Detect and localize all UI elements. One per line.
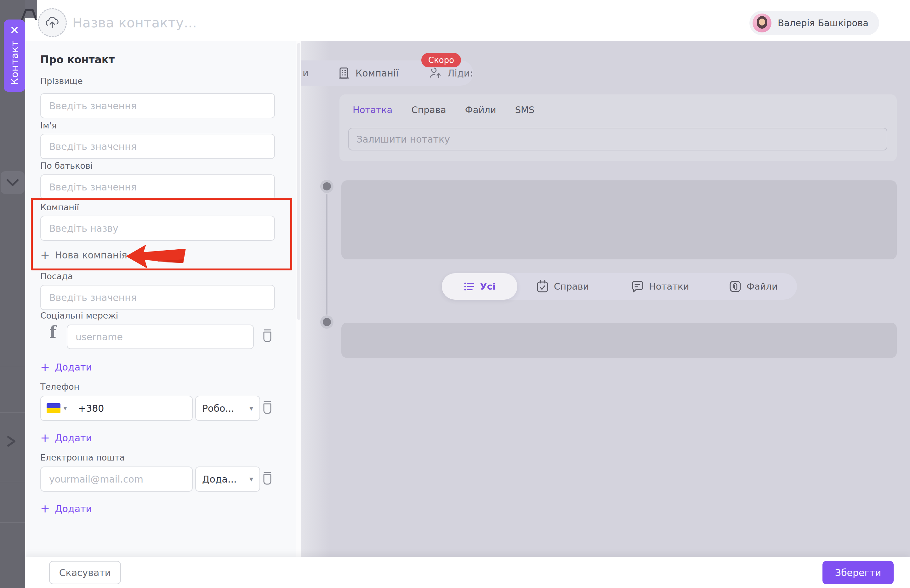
trash-icon — [261, 328, 273, 342]
last-name-input[interactable] — [40, 93, 275, 118]
filter-notes-label: Нотатки — [649, 281, 689, 292]
tab-task[interactable]: Справа — [411, 105, 446, 115]
filter-files[interactable]: Файли — [729, 273, 778, 300]
filter-all[interactable]: Усі — [442, 273, 517, 300]
rail-divider — [0, 367, 25, 367]
new-company-label: Нова компанія — [55, 250, 127, 261]
filter-tasks[interactable]: Справи — [536, 273, 589, 300]
caret-down-icon: ▾ — [64, 404, 67, 412]
activity-filter-bar: Усі Справи Нотатки — [442, 273, 797, 300]
tab-companies[interactable]: Компанії — [338, 60, 399, 86]
save-button[interactable]: Зберегти — [823, 561, 894, 584]
panel-scrollbar[interactable] — [296, 41, 301, 557]
chevron-right-icon[interactable] — [6, 435, 17, 448]
user-name: Валерія Башкірова — [778, 18, 868, 28]
partial-tab-label[interactable]: и — [302, 67, 309, 78]
list-icon — [464, 281, 475, 292]
cloud-upload-icon — [45, 16, 60, 29]
add-label: Додати — [55, 503, 92, 514]
plus-icon: + — [40, 249, 50, 261]
filter-notes[interactable]: Нотатки — [631, 273, 689, 300]
user-avatar — [753, 13, 771, 32]
activity-placeholder-block — [341, 323, 897, 358]
social-username-input[interactable] — [67, 325, 254, 349]
cancel-button[interactable]: Скасувати — [49, 561, 121, 584]
middle-name-input[interactable] — [40, 174, 275, 200]
phone-label: Телефон — [40, 382, 79, 392]
activity-placeholder-block — [341, 180, 897, 259]
email-type-value: Дода... — [202, 474, 237, 485]
filter-tasks-label: Справи — [554, 281, 589, 292]
scrollbar-thumb[interactable] — [297, 43, 301, 320]
footer-bar: Скасувати Зберегти — [25, 557, 910, 588]
new-company-button[interactable]: + Нова компанія — [40, 249, 127, 261]
pin-clip-icon — [19, 9, 38, 20]
plus-icon: + — [40, 432, 50, 444]
note-input[interactable] — [348, 128, 887, 150]
entity-tabs-bar: и Компанії Ліди: — [301, 60, 473, 86]
position-input[interactable] — [40, 285, 275, 310]
add-email-button[interactable]: + Додати — [40, 503, 92, 514]
contact-name-input[interactable]: Назва контакту... — [73, 15, 197, 31]
current-user-pill[interactable]: Валерія Башкірова — [749, 11, 879, 35]
tab-leads-label: Ліди: — [448, 68, 473, 79]
timeline-dot — [320, 180, 333, 193]
add-label: Додати — [55, 433, 92, 444]
rail-divider — [0, 481, 25, 482]
phone-type-value: Робо... — [202, 403, 234, 414]
position-label: Посада — [40, 271, 73, 281]
contact-drawer-tab[interactable]: ✕ Контакт — [4, 19, 25, 92]
timeline-line — [326, 194, 328, 315]
social-label: Соціальні мережі — [40, 311, 118, 320]
plus-icon: + — [40, 361, 50, 373]
caret-down-icon: ▾ — [249, 404, 253, 413]
soon-badge: Скоро — [421, 53, 461, 67]
first-name-label: Ім'я — [40, 121, 57, 130]
phone-country-select[interactable]: ▾ — [47, 403, 67, 413]
activity-composer-card: Нотатка Справа Файли SMS — [339, 94, 897, 161]
annotation-arrow — [125, 244, 188, 270]
about-contact-panel: Про контакт Прізвище Ім'я По батькові Ко… — [25, 41, 301, 557]
composer-tabs: Нотатка Справа Файли SMS — [353, 105, 534, 115]
dimmed-main-area: и Компанії Ліди: — [301, 41, 910, 557]
companies-label: Компанії — [40, 202, 79, 212]
middle-name-label: По батькові — [40, 161, 92, 171]
filter-files-label: Файли — [747, 281, 778, 292]
drawer-tab-label: Контакт — [9, 40, 20, 85]
tab-sms[interactable]: SMS — [515, 105, 535, 115]
add-social-button[interactable]: + Додати — [40, 361, 92, 373]
last-name-label: Прізвище — [40, 76, 83, 86]
tab-note[interactable]: Нотатка — [353, 105, 392, 115]
add-phone-button[interactable]: + Додати — [40, 432, 92, 444]
tab-files[interactable]: Файли — [465, 105, 496, 115]
facebook-icon: f — [45, 322, 61, 342]
contact-header: Назва контакту... Валерія Башкірова — [25, 0, 910, 41]
app-window: Назва контакту... Валерія Башкірова ✕ Ко… — [0, 0, 910, 588]
email-type-select[interactable]: Дода... ▾ — [195, 467, 260, 492]
first-name-input[interactable] — [40, 134, 275, 159]
avatar-upload-button[interactable] — [38, 8, 67, 37]
delete-phone-button[interactable] — [261, 400, 274, 414]
panel-title: Про контакт — [40, 53, 115, 66]
building-icon — [338, 67, 350, 79]
chevron-down-icon[interactable] — [5, 176, 20, 189]
delete-social-button[interactable] — [261, 328, 274, 342]
add-label: Додати — [55, 362, 92, 373]
phone-type-select[interactable]: Робо... ▾ — [195, 396, 260, 421]
calendar-check-icon — [536, 280, 549, 293]
email-label: Електронна пошта — [40, 453, 125, 462]
delete-email-button[interactable] — [261, 470, 274, 485]
filter-all-label: Усі — [480, 281, 496, 292]
trash-icon — [261, 470, 273, 485]
email-input[interactable] — [40, 467, 193, 492]
person-add-icon — [429, 67, 442, 79]
caret-down-icon: ▾ — [249, 475, 253, 483]
rail-divider — [0, 522, 25, 523]
tab-companies-label: Компанії — [356, 68, 399, 79]
rail-divider — [0, 412, 25, 413]
company-name-input[interactable] — [40, 216, 275, 241]
ukraine-flag-icon — [47, 403, 60, 413]
paperclip-icon — [729, 280, 742, 293]
plus-icon: + — [40, 503, 50, 514]
close-icon[interactable]: ✕ — [10, 24, 19, 36]
